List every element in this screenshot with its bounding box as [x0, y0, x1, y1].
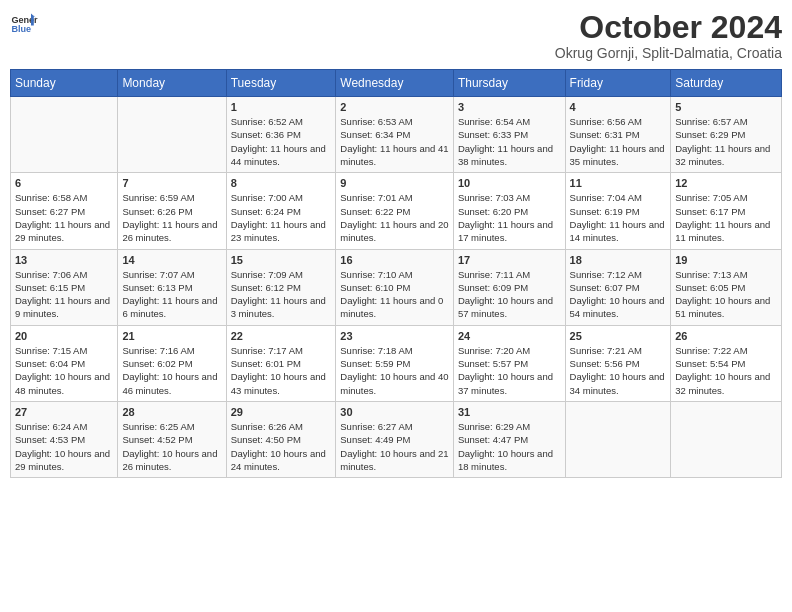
day-cell: 31Sunrise: 6:29 AM Sunset: 4:47 PM Dayli…	[453, 401, 565, 477]
month-title: October 2024	[555, 10, 782, 45]
day-number: 10	[458, 177, 561, 189]
day-content: Sunrise: 7:06 AM Sunset: 6:15 PM Dayligh…	[15, 268, 113, 321]
day-cell: 10Sunrise: 7:03 AM Sunset: 6:20 PM Dayli…	[453, 173, 565, 249]
location: Okrug Gornji, Split-Dalmatia, Croatia	[555, 45, 782, 61]
day-number: 15	[231, 254, 332, 266]
column-header-friday: Friday	[565, 70, 671, 97]
column-header-monday: Monday	[118, 70, 226, 97]
svg-text:Blue: Blue	[11, 24, 31, 34]
day-content: Sunrise: 7:22 AM Sunset: 5:54 PM Dayligh…	[675, 344, 777, 397]
day-cell: 3Sunrise: 6:54 AM Sunset: 6:33 PM Daylig…	[453, 97, 565, 173]
day-number: 12	[675, 177, 777, 189]
day-cell	[11, 97, 118, 173]
day-number: 3	[458, 101, 561, 113]
day-content: Sunrise: 7:13 AM Sunset: 6:05 PM Dayligh…	[675, 268, 777, 321]
day-cell: 19Sunrise: 7:13 AM Sunset: 6:05 PM Dayli…	[671, 249, 782, 325]
day-cell: 25Sunrise: 7:21 AM Sunset: 5:56 PM Dayli…	[565, 325, 671, 401]
day-number: 22	[231, 330, 332, 342]
day-content: Sunrise: 7:18 AM Sunset: 5:59 PM Dayligh…	[340, 344, 449, 397]
day-cell: 21Sunrise: 7:16 AM Sunset: 6:02 PM Dayli…	[118, 325, 226, 401]
day-number: 7	[122, 177, 221, 189]
day-number: 26	[675, 330, 777, 342]
day-cell: 11Sunrise: 7:04 AM Sunset: 6:19 PM Dayli…	[565, 173, 671, 249]
logo-icon: General Blue	[10, 10, 38, 38]
day-cell: 29Sunrise: 6:26 AM Sunset: 4:50 PM Dayli…	[226, 401, 336, 477]
day-number: 30	[340, 406, 449, 418]
day-cell: 14Sunrise: 7:07 AM Sunset: 6:13 PM Dayli…	[118, 249, 226, 325]
day-cell: 17Sunrise: 7:11 AM Sunset: 6:09 PM Dayli…	[453, 249, 565, 325]
day-cell: 7Sunrise: 6:59 AM Sunset: 6:26 PM Daylig…	[118, 173, 226, 249]
day-content: Sunrise: 6:52 AM Sunset: 6:36 PM Dayligh…	[231, 115, 332, 168]
day-number: 16	[340, 254, 449, 266]
day-cell	[565, 401, 671, 477]
column-header-sunday: Sunday	[11, 70, 118, 97]
day-number: 27	[15, 406, 113, 418]
day-content: Sunrise: 7:04 AM Sunset: 6:19 PM Dayligh…	[570, 191, 667, 244]
day-content: Sunrise: 7:21 AM Sunset: 5:56 PM Dayligh…	[570, 344, 667, 397]
day-cell: 16Sunrise: 7:10 AM Sunset: 6:10 PM Dayli…	[336, 249, 454, 325]
day-number: 1	[231, 101, 332, 113]
day-number: 17	[458, 254, 561, 266]
day-cell: 23Sunrise: 7:18 AM Sunset: 5:59 PM Dayli…	[336, 325, 454, 401]
day-number: 14	[122, 254, 221, 266]
week-row-4: 20Sunrise: 7:15 AM Sunset: 6:04 PM Dayli…	[11, 325, 782, 401]
day-cell: 2Sunrise: 6:53 AM Sunset: 6:34 PM Daylig…	[336, 97, 454, 173]
week-row-5: 27Sunrise: 6:24 AM Sunset: 4:53 PM Dayli…	[11, 401, 782, 477]
day-content: Sunrise: 6:25 AM Sunset: 4:52 PM Dayligh…	[122, 420, 221, 473]
day-cell: 24Sunrise: 7:20 AM Sunset: 5:57 PM Dayli…	[453, 325, 565, 401]
header-row: SundayMondayTuesdayWednesdayThursdayFrid…	[11, 70, 782, 97]
day-cell: 4Sunrise: 6:56 AM Sunset: 6:31 PM Daylig…	[565, 97, 671, 173]
day-cell: 30Sunrise: 6:27 AM Sunset: 4:49 PM Dayli…	[336, 401, 454, 477]
week-row-3: 13Sunrise: 7:06 AM Sunset: 6:15 PM Dayli…	[11, 249, 782, 325]
column-header-wednesday: Wednesday	[336, 70, 454, 97]
day-number: 6	[15, 177, 113, 189]
day-content: Sunrise: 7:03 AM Sunset: 6:20 PM Dayligh…	[458, 191, 561, 244]
column-header-tuesday: Tuesday	[226, 70, 336, 97]
day-number: 19	[675, 254, 777, 266]
day-content: Sunrise: 7:17 AM Sunset: 6:01 PM Dayligh…	[231, 344, 332, 397]
day-content: Sunrise: 7:12 AM Sunset: 6:07 PM Dayligh…	[570, 268, 667, 321]
day-content: Sunrise: 6:54 AM Sunset: 6:33 PM Dayligh…	[458, 115, 561, 168]
day-content: Sunrise: 6:24 AM Sunset: 4:53 PM Dayligh…	[15, 420, 113, 473]
day-content: Sunrise: 6:29 AM Sunset: 4:47 PM Dayligh…	[458, 420, 561, 473]
week-row-1: 1Sunrise: 6:52 AM Sunset: 6:36 PM Daylig…	[11, 97, 782, 173]
day-number: 21	[122, 330, 221, 342]
day-cell: 15Sunrise: 7:09 AM Sunset: 6:12 PM Dayli…	[226, 249, 336, 325]
day-cell: 8Sunrise: 7:00 AM Sunset: 6:24 PM Daylig…	[226, 173, 336, 249]
day-content: Sunrise: 7:11 AM Sunset: 6:09 PM Dayligh…	[458, 268, 561, 321]
day-number: 23	[340, 330, 449, 342]
day-number: 18	[570, 254, 667, 266]
day-content: Sunrise: 6:57 AM Sunset: 6:29 PM Dayligh…	[675, 115, 777, 168]
day-content: Sunrise: 7:07 AM Sunset: 6:13 PM Dayligh…	[122, 268, 221, 321]
day-number: 29	[231, 406, 332, 418]
day-number: 24	[458, 330, 561, 342]
day-cell: 6Sunrise: 6:58 AM Sunset: 6:27 PM Daylig…	[11, 173, 118, 249]
day-number: 2	[340, 101, 449, 113]
day-number: 31	[458, 406, 561, 418]
day-cell	[671, 401, 782, 477]
title-block: October 2024 Okrug Gornji, Split-Dalmati…	[555, 10, 782, 61]
day-number: 4	[570, 101, 667, 113]
day-cell: 1Sunrise: 6:52 AM Sunset: 6:36 PM Daylig…	[226, 97, 336, 173]
day-cell: 26Sunrise: 7:22 AM Sunset: 5:54 PM Dayli…	[671, 325, 782, 401]
day-content: Sunrise: 7:16 AM Sunset: 6:02 PM Dayligh…	[122, 344, 221, 397]
day-cell: 13Sunrise: 7:06 AM Sunset: 6:15 PM Dayli…	[11, 249, 118, 325]
day-content: Sunrise: 7:15 AM Sunset: 6:04 PM Dayligh…	[15, 344, 113, 397]
calendar-table: SundayMondayTuesdayWednesdayThursdayFrid…	[10, 69, 782, 478]
day-cell: 20Sunrise: 7:15 AM Sunset: 6:04 PM Dayli…	[11, 325, 118, 401]
day-cell: 9Sunrise: 7:01 AM Sunset: 6:22 PM Daylig…	[336, 173, 454, 249]
week-row-2: 6Sunrise: 6:58 AM Sunset: 6:27 PM Daylig…	[11, 173, 782, 249]
day-content: Sunrise: 7:05 AM Sunset: 6:17 PM Dayligh…	[675, 191, 777, 244]
day-cell: 27Sunrise: 6:24 AM Sunset: 4:53 PM Dayli…	[11, 401, 118, 477]
day-cell: 5Sunrise: 6:57 AM Sunset: 6:29 PM Daylig…	[671, 97, 782, 173]
day-number: 20	[15, 330, 113, 342]
day-content: Sunrise: 7:09 AM Sunset: 6:12 PM Dayligh…	[231, 268, 332, 321]
day-number: 5	[675, 101, 777, 113]
column-header-thursday: Thursday	[453, 70, 565, 97]
day-content: Sunrise: 6:59 AM Sunset: 6:26 PM Dayligh…	[122, 191, 221, 244]
day-content: Sunrise: 7:00 AM Sunset: 6:24 PM Dayligh…	[231, 191, 332, 244]
column-header-saturday: Saturday	[671, 70, 782, 97]
day-content: Sunrise: 7:01 AM Sunset: 6:22 PM Dayligh…	[340, 191, 449, 244]
day-cell: 12Sunrise: 7:05 AM Sunset: 6:17 PM Dayli…	[671, 173, 782, 249]
day-content: Sunrise: 6:26 AM Sunset: 4:50 PM Dayligh…	[231, 420, 332, 473]
